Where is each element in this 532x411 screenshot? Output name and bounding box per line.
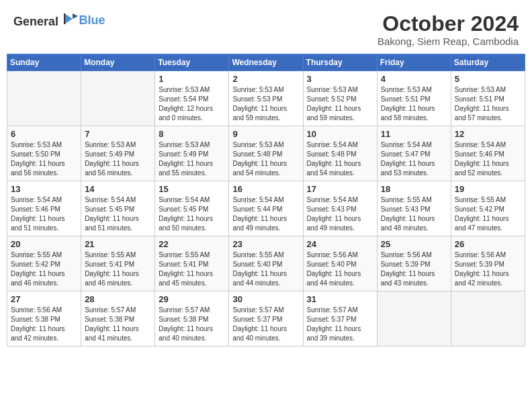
calendar-table: SundayMondayTuesdayWednesdayThursdayFrid… — [7, 54, 525, 347]
day-number: 2 — [232, 74, 299, 84]
cell-info: Sunrise: 5:56 AMSunset: 5:40 PMDaylight:… — [307, 250, 373, 288]
day-number: 16 — [232, 184, 299, 194]
cell-info: Sunrise: 5:55 AMSunset: 5:40 PMDaylight:… — [232, 250, 299, 288]
cell-info: Sunrise: 5:55 AMSunset: 5:41 PMDaylight:… — [159, 250, 225, 288]
day-number: 11 — [381, 129, 447, 139]
day-number: 29 — [159, 294, 225, 304]
day-number: 23 — [232, 239, 299, 249]
calendar-cell: 22 Sunrise: 5:55 AMSunset: 5:41 PMDaylig… — [155, 236, 229, 291]
calendar-cell: 5 Sunrise: 5:53 AMSunset: 5:51 PMDayligh… — [451, 71, 525, 126]
calendar-cell: 23 Sunrise: 5:55 AMSunset: 5:40 PMDaylig… — [229, 236, 303, 291]
day-header-wednesday: Wednesday — [229, 54, 303, 71]
cell-info: Sunrise: 5:55 AMSunset: 5:41 PMDaylight:… — [85, 250, 151, 288]
calendar-cell: 2 Sunrise: 5:53 AMSunset: 5:53 PMDayligh… — [229, 71, 303, 126]
calendar-cell: 17 Sunrise: 5:54 AMSunset: 5:43 PMDaylig… — [303, 181, 377, 236]
day-number: 4 — [381, 74, 447, 84]
logo-general: General — [13, 15, 58, 28]
calendar-cell — [7, 71, 81, 126]
svg-marker-0 — [64, 13, 73, 24]
cell-info: Sunrise: 5:54 AMSunset: 5:48 PMDaylight:… — [307, 140, 373, 178]
calendar-week-row: 1 Sunrise: 5:53 AMSunset: 5:54 PMDayligh… — [7, 71, 525, 126]
cell-info: Sunrise: 5:53 AMSunset: 5:51 PMDaylight:… — [455, 85, 521, 123]
day-number: 24 — [307, 239, 373, 249]
cell-info: Sunrise: 5:56 AMSunset: 5:39 PMDaylight:… — [455, 250, 521, 288]
day-number: 28 — [85, 294, 151, 304]
day-number: 21 — [85, 239, 151, 249]
day-number: 14 — [85, 184, 151, 194]
calendar-cell: 25 Sunrise: 5:56 AMSunset: 5:39 PMDaylig… — [377, 236, 451, 291]
day-number: 25 — [381, 239, 447, 249]
day-number: 12 — [455, 129, 521, 139]
logo-blue: Blue — [79, 13, 105, 27]
calendar-cell — [377, 291, 451, 347]
day-number: 8 — [159, 129, 225, 139]
day-number: 17 — [307, 184, 373, 194]
calendar-cell: 15 Sunrise: 5:54 AMSunset: 5:45 PMDaylig… — [155, 181, 229, 236]
cell-info: Sunrise: 5:53 AMSunset: 5:53 PMDaylight:… — [232, 85, 299, 123]
logo-flag-icon — [63, 12, 79, 26]
day-number: 7 — [85, 129, 151, 139]
calendar-cell: 4 Sunrise: 5:53 AMSunset: 5:51 PMDayligh… — [377, 71, 451, 126]
calendar-week-row: 13 Sunrise: 5:54 AMSunset: 5:46 PMDaylig… — [7, 181, 525, 236]
day-number: 13 — [11, 184, 77, 194]
calendar-cell: 19 Sunrise: 5:55 AMSunset: 5:42 PMDaylig… — [451, 181, 525, 236]
cell-info: Sunrise: 5:53 AMSunset: 5:52 PMDaylight:… — [307, 85, 373, 123]
day-header-monday: Monday — [81, 54, 155, 71]
calendar-cell: 20 Sunrise: 5:55 AMSunset: 5:42 PMDaylig… — [7, 236, 81, 291]
page-header: General Blue October 2024 Bakong, Siem R… — [7, 7, 525, 50]
day-number: 31 — [307, 294, 373, 304]
cell-info: Sunrise: 5:54 AMSunset: 5:46 PMDaylight:… — [455, 140, 521, 178]
calendar-week-row: 20 Sunrise: 5:55 AMSunset: 5:42 PMDaylig… — [7, 236, 525, 291]
calendar-header-row: SundayMondayTuesdayWednesdayThursdayFrid… — [7, 54, 525, 71]
day-number: 30 — [232, 294, 299, 304]
cell-info: Sunrise: 5:56 AMSunset: 5:38 PMDaylight:… — [11, 306, 77, 343]
cell-info: Sunrise: 5:56 AMSunset: 5:39 PMDaylight:… — [381, 250, 447, 288]
cell-info: Sunrise: 5:55 AMSunset: 5:43 PMDaylight:… — [381, 195, 447, 233]
calendar-cell: 7 Sunrise: 5:53 AMSunset: 5:49 PMDayligh… — [81, 126, 155, 181]
day-number: 6 — [11, 129, 77, 139]
calendar-cell: 30 Sunrise: 5:57 AMSunset: 5:37 PMDaylig… — [229, 291, 303, 347]
calendar-cell: 14 Sunrise: 5:54 AMSunset: 5:45 PMDaylig… — [81, 181, 155, 236]
location-title: Bakong, Siem Reap, Cambodia — [378, 36, 519, 47]
day-header-tuesday: Tuesday — [155, 54, 229, 71]
day-header-friday: Friday — [377, 54, 451, 71]
cell-info: Sunrise: 5:54 AMSunset: 5:43 PMDaylight:… — [307, 195, 373, 233]
calendar-cell: 13 Sunrise: 5:54 AMSunset: 5:46 PMDaylig… — [7, 181, 81, 236]
cell-info: Sunrise: 5:53 AMSunset: 5:49 PMDaylight:… — [85, 140, 151, 178]
day-number: 26 — [455, 239, 521, 249]
day-number: 1 — [159, 74, 225, 84]
calendar-cell: 9 Sunrise: 5:53 AMSunset: 5:48 PMDayligh… — [229, 126, 303, 181]
calendar-cell: 24 Sunrise: 5:56 AMSunset: 5:40 PMDaylig… — [303, 236, 377, 291]
day-number: 9 — [232, 129, 299, 139]
logo: General Blue — [13, 12, 105, 29]
cell-info: Sunrise: 5:57 AMSunset: 5:37 PMDaylight:… — [307, 306, 373, 343]
title-section: October 2024 Bakong, Siem Reap, Cambodia — [378, 12, 519, 47]
calendar-cell: 26 Sunrise: 5:56 AMSunset: 5:39 PMDaylig… — [451, 236, 525, 291]
calendar-cell: 18 Sunrise: 5:55 AMSunset: 5:43 PMDaylig… — [377, 181, 451, 236]
day-number: 5 — [455, 74, 521, 84]
cell-info: Sunrise: 5:53 AMSunset: 5:51 PMDaylight:… — [381, 85, 447, 123]
month-title: October 2024 — [378, 12, 519, 36]
calendar-week-row: 27 Sunrise: 5:56 AMSunset: 5:38 PMDaylig… — [7, 291, 525, 347]
calendar-cell: 1 Sunrise: 5:53 AMSunset: 5:54 PMDayligh… — [155, 71, 229, 126]
cell-info: Sunrise: 5:54 AMSunset: 5:45 PMDaylight:… — [159, 195, 225, 233]
cell-info: Sunrise: 5:57 AMSunset: 5:38 PMDaylight:… — [159, 306, 225, 343]
calendar-cell: 31 Sunrise: 5:57 AMSunset: 5:37 PMDaylig… — [303, 291, 377, 347]
day-number: 18 — [381, 184, 447, 194]
day-number: 3 — [307, 74, 373, 84]
calendar-cell: 10 Sunrise: 5:54 AMSunset: 5:48 PMDaylig… — [303, 126, 377, 181]
calendar-cell — [81, 71, 155, 126]
calendar-cell: 11 Sunrise: 5:54 AMSunset: 5:47 PMDaylig… — [377, 126, 451, 181]
cell-info: Sunrise: 5:57 AMSunset: 5:37 PMDaylight:… — [232, 306, 299, 343]
day-header-sunday: Sunday — [7, 54, 81, 71]
day-number: 10 — [307, 129, 373, 139]
calendar-cell — [451, 291, 525, 347]
cell-info: Sunrise: 5:54 AMSunset: 5:44 PMDaylight:… — [232, 195, 299, 233]
cell-info: Sunrise: 5:55 AMSunset: 5:42 PMDaylight:… — [11, 250, 77, 288]
calendar-cell: 27 Sunrise: 5:56 AMSunset: 5:38 PMDaylig… — [7, 291, 81, 347]
cell-info: Sunrise: 5:53 AMSunset: 5:49 PMDaylight:… — [159, 140, 225, 178]
day-number: 27 — [11, 294, 77, 304]
day-number: 19 — [455, 184, 521, 194]
day-header-saturday: Saturday — [451, 54, 525, 71]
day-header-thursday: Thursday — [303, 54, 377, 71]
